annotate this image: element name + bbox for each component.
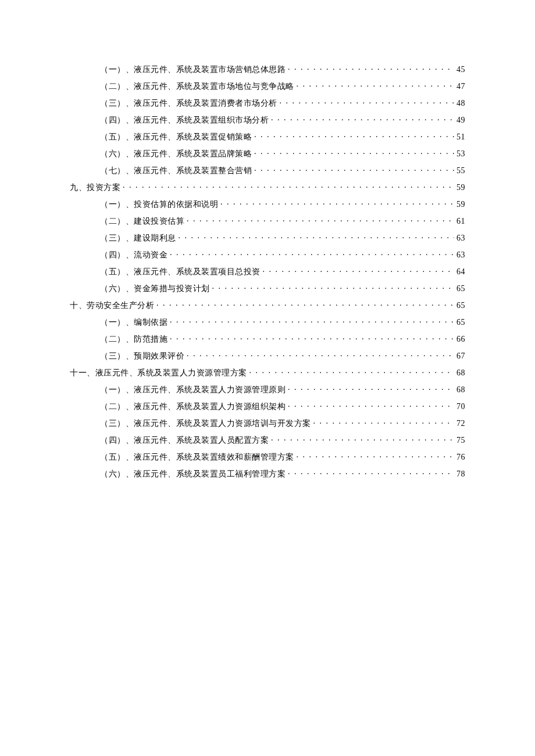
toc-entry-label: （一）、液压元件、系统及装置人力资源管理原则 — [100, 385, 286, 395]
toc-entry-label: （二）、液压元件、系统及装置市场地位与竞争战略 — [100, 81, 294, 92]
toc-entry-label: （二）、防范措施 — [100, 334, 167, 345]
toc-entry-page: 72 — [456, 419, 465, 428]
toc-entry-label: （三）、液压元件、系统及装置消费者市场分析 — [100, 98, 277, 109]
toc-entry-page: 65 — [456, 301, 465, 310]
toc-leader-dots — [220, 199, 454, 207]
toc-entry-page: 45 — [456, 65, 465, 74]
toc-entry: 十、劳动安全生产分析65 — [70, 300, 465, 311]
toc-entry: （六）、液压元件、系统及装置品牌策略53 — [70, 148, 465, 159]
toc-entry-label: （四）、流动资金 — [100, 250, 167, 260]
toc-leader-dots — [170, 334, 454, 342]
toc-leader-dots — [123, 182, 454, 190]
toc-entry-label: （七）、液压元件、系统及装置整合营销 — [100, 166, 252, 176]
toc-leader-dots — [288, 64, 454, 72]
toc-entry: （二）、防范措施66 — [70, 334, 465, 345]
toc-entry: （三）、液压元件、系统及装置人力资源培训与开发方案72 — [70, 418, 465, 429]
toc-entry: （四）、液压元件、系统及装置组织市场分析49 — [70, 114, 465, 126]
toc-entry-page: 64 — [456, 267, 465, 277]
toc-leader-dots — [187, 350, 454, 359]
toc-entry-label: （四）、液压元件、系统及装置组织市场分析 — [100, 115, 269, 126]
toc-entry: （五）、液压元件、系统及装置项目总投资64 — [70, 266, 465, 277]
toc-entry-label: （三）、预期效果评价 — [100, 351, 184, 361]
toc-leader-dots — [297, 81, 455, 89]
toc-entry-page: 63 — [456, 234, 465, 243]
toc-leader-dots — [170, 249, 454, 257]
toc-entry: （二）、液压元件、系统及装置人力资源组织架构70 — [70, 401, 465, 412]
toc-leader-dots — [249, 367, 455, 375]
toc-entry-label: （一）、投资估算的依据和说明 — [100, 199, 218, 210]
toc-entry-page: 48 — [456, 99, 465, 108]
toc-entry-page: 59 — [456, 183, 465, 192]
toc-entry-label: （三）、建设期利息 — [100, 233, 176, 243]
toc-leader-dots — [288, 401, 454, 409]
toc-leader-dots — [280, 98, 455, 106]
toc-entry: （四）、流动资金63 — [70, 249, 465, 260]
toc-entry-label: （一）、液压元件、系统及装置市场营销总体思路 — [100, 65, 286, 75]
toc-entry: （一）、液压元件、系统及装置市场营销总体思路45 — [70, 64, 465, 75]
toc-entry-label: （六）、液压元件、系统及装置品牌策略 — [100, 149, 252, 159]
toc-entry-label: 十、劳动安全生产分析 — [70, 300, 154, 311]
toc-entry: （三）、预期效果评价67 — [70, 350, 465, 361]
toc-entry-page: 61 — [456, 217, 465, 226]
toc-entry-page: 63 — [456, 250, 465, 260]
toc-entry-page: 66 — [456, 335, 465, 344]
toc-entry-label: （二）、液压元件、系统及装置人力资源组织架构 — [100, 402, 286, 412]
toc-entry-label: （五）、液压元件、系统及装置绩效和薪酬管理方案 — [100, 452, 294, 463]
toc-entry-label: （二）、建设投资估算 — [100, 216, 184, 227]
toc-entry: （五）、液压元件、系统及装置绩效和薪酬管理方案76 — [70, 452, 465, 463]
toc-entry: （六）、资金筹措与投资计划65 — [70, 283, 465, 294]
toc-entry-label: （一）、编制依据 — [100, 317, 167, 328]
toc-entry-page: 68 — [456, 385, 465, 395]
toc-leader-dots — [254, 165, 454, 173]
toc-entry: （三）、液压元件、系统及装置消费者市场分析48 — [70, 98, 465, 109]
toc-entry: （二）、建设投资估算61 — [70, 216, 465, 227]
toc-entry: （四）、液压元件、系统及装置人员配置方案75 — [70, 435, 465, 446]
toc-entry-page: 51 — [456, 132, 465, 142]
toc-entry-page: 78 — [456, 470, 465, 479]
toc-entry-page: 76 — [456, 453, 465, 462]
toc-entry-label: （六）、液压元件、系统及装置员工福利管理方案 — [100, 469, 286, 479]
toc-entry-page: 65 — [456, 284, 465, 293]
toc-entry: （七）、液压元件、系统及装置整合营销55 — [70, 165, 465, 176]
toc-entry-page: 65 — [456, 318, 465, 327]
toc-entry-label: （五）、液压元件、系统及装置促销策略 — [100, 132, 252, 142]
toc-leader-dots — [288, 384, 454, 392]
toc-leader-dots — [254, 131, 454, 139]
toc-entry: （一）、液压元件、系统及装置人力资源管理原则68 — [70, 384, 465, 395]
toc-entry-page: 47 — [456, 82, 465, 91]
toc-entry-label: （四）、液压元件、系统及装置人员配置方案 — [100, 435, 269, 446]
toc-leader-dots — [313, 418, 455, 426]
table-of-contents: （一）、液压元件、系统及装置市场营销总体思路45（二）、液压元件、系统及装置市场… — [70, 64, 465, 479]
toc-leader-dots — [288, 468, 454, 476]
toc-entry-label: （三）、液压元件、系统及装置人力资源培训与开发方案 — [100, 418, 311, 429]
toc-entry: 九、投资方案59 — [70, 182, 465, 193]
toc-entry-page: 70 — [456, 402, 465, 411]
toc-entry-page: 68 — [456, 368, 465, 378]
document-page: （一）、液压元件、系统及装置市场营销总体思路45（二）、液压元件、系统及装置市场… — [0, 0, 535, 756]
toc-entry-page: 55 — [456, 166, 465, 175]
toc-entry: （一）、投资估算的依据和说明59 — [70, 199, 465, 210]
toc-leader-dots — [271, 114, 454, 123]
toc-leader-dots — [156, 300, 454, 308]
toc-leader-dots — [271, 435, 454, 443]
toc-leader-dots — [297, 452, 455, 460]
toc-entry-page: 59 — [456, 200, 465, 209]
toc-entry: （三）、建设期利息63 — [70, 232, 465, 243]
toc-entry-label: （五）、液压元件、系统及装置项目总投资 — [100, 267, 261, 277]
toc-leader-dots — [170, 317, 454, 325]
toc-entry-label: 九、投资方案 — [70, 182, 120, 193]
toc-leader-dots — [254, 148, 454, 156]
toc-leader-dots — [263, 266, 455, 274]
toc-leader-dots — [179, 232, 455, 241]
toc-entry-page: 75 — [456, 436, 465, 445]
toc-entry: （五）、液压元件、系统及装置促销策略51 — [70, 131, 465, 142]
toc-entry-page: 67 — [456, 352, 465, 361]
toc-entry-label: （六）、资金筹措与投资计划 — [100, 284, 210, 294]
toc-leader-dots — [187, 216, 454, 224]
toc-entry: （六）、液压元件、系统及装置员工福利管理方案78 — [70, 468, 465, 479]
toc-entry-page: 49 — [456, 116, 465, 125]
toc-entry-label: 十一、液压元件、系统及装置人力资源管理方案 — [70, 368, 247, 378]
toc-leader-dots — [212, 283, 455, 291]
toc-entry: （二）、液压元件、系统及装置市场地位与竞争战略47 — [70, 81, 465, 92]
toc-entry: 十一、液压元件、系统及装置人力资源管理方案68 — [70, 367, 465, 378]
